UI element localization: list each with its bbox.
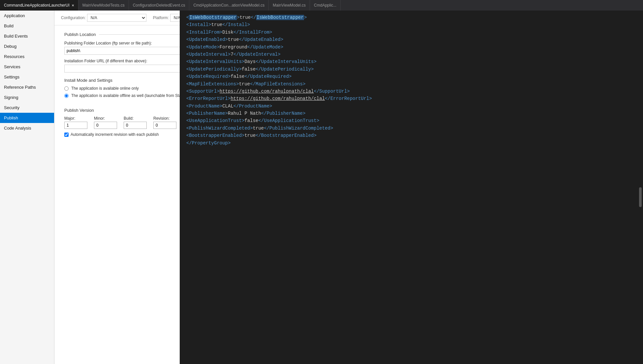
radio-online-label: The application is available online only [71,86,139,91]
auto-increment-checkbox[interactable] [64,133,69,137]
code-line-10: <MapFileExtensions>true</MapFileExtensio… [186,80,636,88]
configuration-select-group: Configuration: N/A [61,14,146,22]
build-label: Build: [124,116,147,121]
tab-bar: CommandLineApplicationLauncherUI ✕ MainV… [0,0,643,11]
code-line-12: <ErrorReportUrl>https://github.com/rahul… [186,95,636,102]
code-line-6: <UpdateInterval>7</UpdateInterval> [186,51,636,58]
radio-offline-label: The application is available offline as … [71,93,196,98]
code-line-4: <UpdateEnabled>true</UpdateEnabled> [186,36,636,43]
main-layout: Application Build Build Events Debug Res… [0,11,643,364]
major-field: Major: [64,116,87,129]
sidebar-item-signing[interactable]: Signing [0,92,54,103]
tab-mainviewmodel[interactable]: MainViewModel.cs [269,0,310,11]
sidebar-item-settings[interactable]: Settings [0,72,54,82]
content-area: Configuration: N/A Platform: N/A Publish… [54,11,643,364]
minor-input[interactable] [94,122,117,129]
code-line-15: <UseApplicationTrust>false</UseApplicati… [186,117,636,124]
auto-increment-label: Automatically increment revision with ea… [71,132,159,137]
url-input[interactable] [64,65,196,73]
major-input[interactable] [64,122,87,129]
revision-label: Revision: [153,116,176,121]
code-line-1: <IsWebBootstrapper>true</IsWebBootstrapp… [186,14,636,21]
sidebar-item-debug[interactable]: Debug [0,41,54,51]
revision-input[interactable] [153,122,176,129]
tab-mainviewmodeltests[interactable]: MainViewModelTests.cs [78,0,129,11]
code-line-5: <UpdateMode>Foreground</UpdateMode> [186,44,636,51]
code-line-17: <BootstrapperEnabled>true</BootstrapperE… [186,132,636,139]
code-editor-overlay: <IsWebBootstrapper>true</IsWebBootstrapp… [180,11,643,364]
build-input[interactable] [124,122,147,129]
code-line-3: <InstallFrom>Disk</InstallFrom> [186,29,636,36]
sidebar-item-build[interactable]: Build [0,21,54,31]
code-line-9: <UpdateRequired>false</UpdateRequired> [186,73,636,80]
sidebar: Application Build Build Events Debug Res… [0,11,54,364]
close-icon[interactable]: ✕ [72,4,74,7]
sidebar-item-code-analysis[interactable]: Code Analysis [0,123,54,133]
build-field: Build: [124,116,147,129]
code-line-2: <Install>true</Install> [186,21,636,28]
code-line-13: <ProductName>CLAL</ProductName> [186,103,636,110]
configuration-select[interactable]: N/A [87,14,146,22]
major-label: Major: [64,116,87,121]
sidebar-item-publish[interactable]: Publish [0,113,54,123]
tab-label: CmdApplicationCon...ationViewModel.cs [193,3,264,8]
sidebar-item-resources[interactable]: Resources [0,51,54,62]
minor-label: Minor: [94,116,117,121]
tab-commandline[interactable]: CommandLineApplicationLauncherUI ✕ [0,0,78,11]
code-line-14: <PublisherName>Rahul P Nath</PublisherNa… [186,110,636,117]
scrollbar[interactable] [639,187,642,207]
config-label: Configuration: [61,15,86,20]
code-line-16: <PublishWizardCompleted>true</PublishWiz… [186,125,636,132]
tab-cmdappviewmodel[interactable]: CmdApplicationCon...ationViewModel.cs [189,0,269,11]
tab-label: MainViewModelTests.cs [82,3,125,8]
sidebar-item-security[interactable]: Security [0,103,54,113]
tab-label: CmdApplic... [314,3,336,8]
radio-online[interactable] [64,86,69,91]
platform-label: Platform: [153,15,169,20]
code-line-11: <SupportUrl>https://github.com/rahulpnat… [186,88,636,95]
tab-configdeleted[interactable]: ConfigurationDeletedEvent.cs [129,0,190,11]
radio-offline[interactable] [64,94,69,98]
tab-label: CommandLineApplicationLauncherUI [4,3,70,8]
tab-cmdapplic[interactable]: CmdApplic... [310,0,341,11]
code-line-8: <UpdatePeriodically>false</UpdatePeriodi… [186,66,636,73]
sidebar-item-application[interactable]: Application [0,11,54,21]
minor-field: Minor: [94,116,117,129]
tab-label: MainViewModel.cs [273,3,306,8]
code-line-7: <UpdateIntervalUnits>Days</UpdateInterva… [186,58,636,65]
sidebar-item-build-events[interactable]: Build Events [0,31,54,41]
tab-label: ConfigurationDeletedEvent.cs [133,3,185,8]
code-line-18: </PropertyGroup> [186,139,636,147]
sidebar-item-reference-paths[interactable]: Reference Paths [0,82,54,92]
sidebar-item-services[interactable]: Services [0,62,54,72]
revision-field: Revision: [153,116,176,129]
